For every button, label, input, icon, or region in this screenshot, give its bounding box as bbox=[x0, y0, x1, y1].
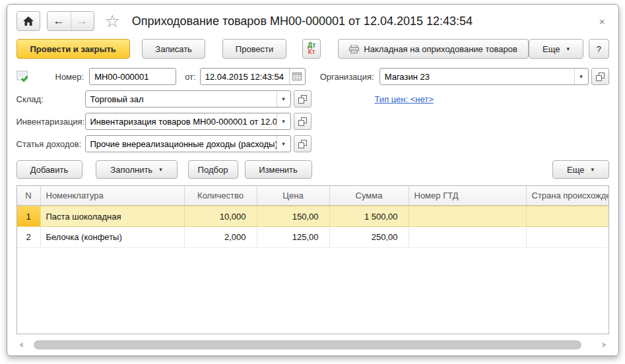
date-field bbox=[200, 68, 306, 85]
table-more-label: Еще bbox=[567, 165, 584, 175]
number-label: Номер: bbox=[55, 72, 84, 82]
forward-button[interactable]: → bbox=[71, 12, 94, 30]
warehouse-combo[interactable]: Торговый зал ▾ bbox=[85, 90, 291, 107]
number-input[interactable] bbox=[89, 68, 176, 85]
cell-price: 150,00 bbox=[257, 206, 330, 226]
page-title: Оприходование товаров МН00-000001 от 12.… bbox=[132, 15, 473, 28]
save-button[interactable]: Записать bbox=[142, 39, 206, 59]
col-header-quantity[interactable]: Количество bbox=[185, 186, 257, 205]
warehouse-open-button[interactable] bbox=[294, 90, 312, 107]
cell-nomenclature: Паста шоколадная bbox=[41, 206, 185, 226]
col-header-sum[interactable]: Сумма bbox=[330, 186, 409, 205]
cell-nomenclature: Белочка (конфеты) bbox=[41, 227, 185, 247]
organization-label: Организация: bbox=[320, 72, 374, 82]
favorite-star-icon[interactable]: ☆ bbox=[105, 13, 120, 30]
printer-icon bbox=[349, 45, 359, 53]
title-bar: ← → ☆ Оприходование товаров МН00-000001 … bbox=[7, 5, 618, 35]
print-invoice-label: Накладная на оприходование товаров bbox=[364, 44, 517, 54]
dt-kt-button[interactable]: Дт Кт bbox=[302, 39, 321, 59]
open-icon bbox=[298, 140, 307, 148]
income-item-combo[interactable]: Прочие внереализационные доходы (расходы… bbox=[85, 135, 291, 152]
chevron-down-icon: ▾ bbox=[574, 69, 588, 84]
post-button[interactable]: Провести bbox=[222, 39, 286, 59]
price-type-link[interactable]: Тип цен: <нет> bbox=[375, 94, 434, 104]
chevron-down-icon: ▾ bbox=[277, 113, 290, 129]
cell-quantity: 10,000 bbox=[185, 206, 257, 226]
organization-open-button[interactable] bbox=[591, 68, 609, 85]
fill-label: Заполнить bbox=[110, 165, 152, 175]
home-icon bbox=[23, 16, 34, 26]
income-item-label: Статья доходов: bbox=[16, 139, 85, 149]
table-more-button[interactable]: Еще ▾ bbox=[552, 160, 609, 179]
field-row-income-item: Статья доходов: Прочие внереализационные… bbox=[16, 135, 609, 152]
chevron-down-icon: ▾ bbox=[566, 46, 570, 52]
toolbar-more-button[interactable]: Еще ▾ bbox=[529, 39, 583, 59]
close-icon[interactable]: × bbox=[597, 15, 608, 28]
cell-sum: 1 500,00 bbox=[330, 206, 409, 226]
back-button[interactable]: ← bbox=[48, 12, 71, 30]
fill-button[interactable]: Заполнить ▾ bbox=[96, 160, 178, 179]
document-posted-icon bbox=[16, 71, 30, 83]
organization-combo[interactable]: Магазин 23 ▾ bbox=[379, 68, 589, 85]
horizontal-scrollbar bbox=[19, 340, 607, 350]
back-icon: ← bbox=[53, 15, 65, 28]
inventory-combo[interactable]: Инвентаризация товаров МН00-000001 от 12… bbox=[85, 113, 291, 130]
cell-price: 125,00 bbox=[257, 227, 330, 247]
col-header-country[interactable]: Страна происхожде bbox=[527, 186, 609, 205]
open-icon bbox=[298, 95, 307, 104]
open-icon bbox=[298, 117, 307, 126]
cell-country bbox=[527, 227, 609, 247]
kt-label: Кт bbox=[308, 49, 315, 55]
income-item-open-button[interactable] bbox=[294, 135, 312, 152]
scroll-right-icon[interactable] bbox=[603, 342, 607, 348]
col-header-gtd[interactable]: Номер ГТД bbox=[409, 186, 527, 205]
income-item-value: Прочие внереализационные доходы (расходы… bbox=[86, 139, 277, 149]
toolbar-more-label: Еще bbox=[543, 44, 560, 54]
col-header-n[interactable]: N bbox=[17, 186, 41, 205]
help-button[interactable]: ? bbox=[589, 39, 609, 59]
chevron-down-icon: ▾ bbox=[591, 166, 594, 173]
scrollbar-thumb[interactable] bbox=[34, 340, 581, 349]
items-table: N Номенклатура Количество Цена Сумма Ном… bbox=[16, 185, 609, 334]
cell-n: 1 bbox=[17, 206, 41, 226]
field-row-inventory: Инвентаризация: Инвентаризация товаров М… bbox=[16, 113, 609, 130]
chevron-down-icon: ▾ bbox=[159, 166, 162, 173]
cell-country bbox=[527, 206, 609, 226]
table-header-row: N Номенклатура Количество Цена Сумма Ном… bbox=[17, 186, 609, 206]
organization-value: Магазин 23 bbox=[380, 72, 574, 82]
history-nav: ← → bbox=[47, 11, 94, 31]
print-invoice-button[interactable]: Накладная на оприходование товаров bbox=[338, 39, 528, 59]
home-button[interactable] bbox=[16, 11, 40, 31]
date-label: от: bbox=[185, 72, 196, 82]
cell-n: 2 bbox=[17, 227, 41, 247]
col-header-price[interactable]: Цена bbox=[257, 186, 330, 205]
document-window: ← → ☆ Оприходование товаров МН00-000001 … bbox=[7, 4, 619, 356]
col-header-nomenclature[interactable]: Номенклатура bbox=[41, 186, 185, 205]
chevron-down-icon: ▾ bbox=[277, 136, 290, 152]
inventory-label: Инвентаризация: bbox=[16, 117, 85, 127]
cell-gtd bbox=[409, 206, 527, 226]
table-row[interactable]: 1 Паста шоколадная 10,000 150,00 1 500,0… bbox=[17, 206, 609, 227]
calendar-icon[interactable] bbox=[289, 69, 305, 84]
header-fields: Номер: от: Организация: Магазин 23 ▾ Скл… bbox=[7, 65, 618, 152]
edit-button[interactable]: Изменить bbox=[245, 160, 312, 179]
inventory-value: Инвентаризация товаров МН00-000001 от 12… bbox=[86, 117, 277, 127]
cell-sum: 250,00 bbox=[330, 227, 409, 247]
open-icon bbox=[596, 73, 605, 81]
table-row[interactable]: 2 Белочка (конфеты) 2,000 125,00 250,00 bbox=[17, 227, 609, 248]
chevron-down-icon: ▾ bbox=[277, 91, 290, 107]
post-and-close-button[interactable]: Провести и закрыть bbox=[16, 39, 130, 59]
warehouse-label: Склад: bbox=[16, 94, 85, 104]
inventory-open-button[interactable] bbox=[294, 113, 312, 130]
field-row-warehouse: Склад: Торговый зал ▾ Тип цен: <нет> bbox=[16, 90, 609, 107]
cell-quantity: 2,000 bbox=[185, 227, 257, 247]
cell-gtd bbox=[409, 227, 527, 247]
warehouse-value: Торговый зал bbox=[86, 94, 277, 104]
add-row-button[interactable]: Добавить bbox=[16, 160, 82, 179]
scroll-left-icon[interactable] bbox=[19, 342, 23, 348]
table-command-bar: Добавить Заполнить ▾ Подбор Изменить Еще… bbox=[7, 158, 618, 185]
toolbar: Провести и закрыть Записать Провести Дт … bbox=[7, 35, 618, 65]
pick-button[interactable]: Подбор bbox=[188, 160, 238, 179]
forward-icon: → bbox=[77, 15, 88, 28]
date-input[interactable] bbox=[201, 72, 289, 82]
